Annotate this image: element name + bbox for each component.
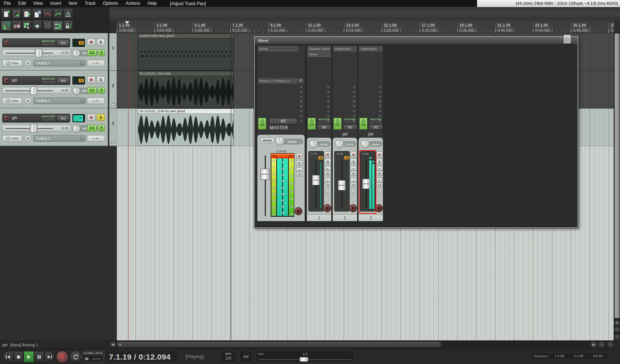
menu-options[interactable]: Options <box>99 0 122 7</box>
record-arm-button[interactable] <box>4 40 10 46</box>
mute-button[interactable]: M <box>87 114 95 121</box>
mute-button[interactable]: M <box>350 152 357 157</box>
peak-readout-badge[interactable]: 15 <box>344 156 349 159</box>
fx-slot[interactable]: EZmix <box>308 52 330 57</box>
monitor-input-button[interactable]: ▸ IN <box>87 97 105 104</box>
input-selector[interactable]: Analog 1▼ <box>33 97 86 104</box>
envelope-arm-button[interactable]: ∧ <box>296 167 302 172</box>
volume-fader[interactable]: -6.25 <box>2 125 71 131</box>
phase-button[interactable]: ø <box>24 135 31 142</box>
peak-readout-badge[interactable]: 15 <box>79 41 84 45</box>
mute-button[interactable]: M <box>87 39 95 45</box>
menu-item[interactable]: Item <box>65 0 81 7</box>
track-meter[interactable]: 15 <box>72 39 85 47</box>
snap-toggle-button[interactable] <box>53 21 63 31</box>
track-number-1[interactable]: 1 <box>109 33 117 71</box>
track-panel-3[interactable]: gitr MASTERROUTING I/O -17 M S -6.25 cen… <box>0 109 108 146</box>
mixer-scrollbar-grip[interactable] <box>564 35 571 44</box>
record-button[interactable] <box>56 351 68 363</box>
fx-button[interactable]: FX <box>359 118 367 130</box>
mute-button[interactable]: M <box>376 152 383 157</box>
mixer-window[interactable]: Mixer EZmix Phones 1-2 / Phones 1-2 FX I… <box>254 36 578 228</box>
io-button[interactable]: I/O <box>57 40 69 46</box>
solo-button-active[interactable]: S <box>376 159 383 164</box>
monitor-input-button[interactable]: ▸ IN <box>87 60 105 66</box>
phase-button[interactable]: ø <box>24 97 31 104</box>
clip-indicator[interactable]: +0.0+0.0 <box>271 154 294 158</box>
channel-number[interactable]: 1 <box>307 214 331 221</box>
scroll-down-button[interactable]: ▼ <box>614 320 620 326</box>
horizontal-scrollbar[interactable]: ◀ ▶ + − <box>109 341 614 348</box>
folder-icon[interactable] <box>111 66 115 68</box>
time-signature-display[interactable]: 4/4 <box>239 351 253 363</box>
io-button[interactable]: I/O <box>343 124 357 130</box>
folder-icon[interactable] <box>111 103 115 106</box>
fx-button[interactable]: FX <box>333 118 342 130</box>
grid-toggle-button[interactable] <box>42 21 52 31</box>
solo-button[interactable]: S <box>350 159 357 164</box>
mixer-channel-1[interactable]: Superior Drumm EZmix EZmixFX MASTERROUTI… <box>306 45 332 221</box>
media-item-wav-1[interactable]: 02-121123_1151.wav <box>138 71 234 108</box>
fx-slot[interactable]: Superior Drumm <box>308 47 330 51</box>
record-arm-button[interactable] <box>4 78 10 83</box>
metronome-button[interactable] <box>63 9 73 19</box>
vertical-scrollbar[interactable]: ▼ + − <box>614 32 620 340</box>
pan-knob[interactable] <box>361 140 370 148</box>
io-button[interactable]: I/O <box>57 115 69 121</box>
undo-button[interactable] <box>42 9 52 19</box>
track-number-3[interactable]: 3 <box>109 109 117 146</box>
solo-button[interactable]: S <box>325 159 331 164</box>
solo-button-active[interactable]: S <box>97 114 105 121</box>
fx-button[interactable]: EZmixFX <box>308 118 316 130</box>
pan-knob[interactable] <box>309 140 318 148</box>
track-meter[interactable]: -17 <box>72 114 85 122</box>
send-slot[interactable]: Phones 1-2 / Phones 1-2 <box>258 79 297 83</box>
pan-knob[interactable] <box>335 140 344 148</box>
horizontal-scrollbar-thumb[interactable] <box>117 342 441 347</box>
go-to-end-button[interactable] <box>44 351 55 363</box>
envelope-arm-button[interactable]: ∧ <box>376 178 383 182</box>
trim-button[interactable]: TR <box>296 172 302 176</box>
record-arm-button[interactable] <box>349 204 357 212</box>
ripple-edit-button[interactable] <box>11 21 21 31</box>
volume-fader[interactable]: -6.25 <box>2 87 71 94</box>
global-automation-button[interactable]: GLOBAL AUTO NONE <box>82 351 104 363</box>
item-edit-mode-button[interactable] <box>22 21 32 31</box>
phase-button[interactable]: ø <box>377 189 382 195</box>
master-solo-button[interactable]: S <box>296 160 302 166</box>
channel-number[interactable]: 2 <box>333 214 357 221</box>
io-button[interactable]: I/O <box>317 124 331 130</box>
envelope-trim-button[interactable]: TRIM <box>2 97 22 104</box>
monitor-button[interactable]: ▸ <box>325 166 331 171</box>
vertical-scrollbar-thumb[interactable] <box>614 33 620 318</box>
fader-handle[interactable] <box>35 49 42 57</box>
trim-button[interactable]: TR <box>376 183 383 187</box>
master-pan-knob[interactable] <box>275 136 285 146</box>
track-name-field[interactable]: gitr <box>12 116 38 120</box>
envelope-arm-button[interactable]: ∧ <box>350 178 357 182</box>
playback-rate-control[interactable]: Rate: 1.0 <box>256 351 354 363</box>
volume-fader[interactable]: -0.75 <box>2 49 71 56</box>
transport-position-display[interactable]: 7.1.19 / 0:12.094 <box>105 350 179 363</box>
menu-insert[interactable]: Insert <box>47 0 65 7</box>
menu-edit[interactable]: Edit <box>14 0 30 7</box>
track-name-field[interactable]: gitl <box>12 78 38 82</box>
phase-button[interactable]: ø <box>24 60 31 66</box>
io-button[interactable]: I/O <box>369 124 383 130</box>
save-project-button[interactable] <box>22 9 32 19</box>
master-fx-button[interactable]: FX <box>258 118 266 130</box>
trim-button[interactable]: TR <box>325 183 331 187</box>
track-panel-1[interactable]: MASTERROUTING I/O 15 M S -0.75 center FX… <box>0 33 108 71</box>
master-io-button[interactable]: I/O <box>269 118 297 124</box>
peak-readout-badge[interactable]: 15 <box>79 79 84 82</box>
master-meter[interactable]: +0.0+0.0 126-6-12-18-24-30-36-42 -6-12-1… <box>271 153 294 217</box>
record-arm-button[interactable] <box>4 115 10 121</box>
menu-file[interactable]: File <box>0 0 14 7</box>
monitor-button[interactable]: ▸ <box>350 166 357 171</box>
send-slot-dots[interactable] <box>299 85 303 124</box>
pan-knob[interactable] <box>72 87 81 95</box>
new-project-button[interactable] <box>1 9 11 19</box>
repeat-button[interactable] <box>69 351 82 363</box>
envelope-arm-button[interactable]: ∧ <box>325 178 331 182</box>
solo-button[interactable]: S <box>97 39 105 45</box>
